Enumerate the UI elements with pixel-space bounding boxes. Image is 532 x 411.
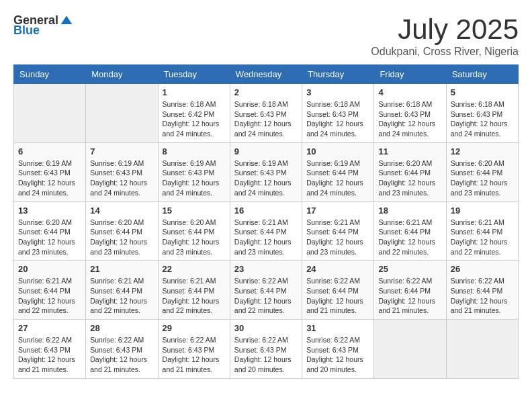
calendar-cell: 5 Sunrise: 6:18 AM Sunset: 6:43 PM Dayli… (446, 84, 518, 143)
daylight: Daylight: 12 hours and 22 minutes. (163, 297, 220, 315)
calendar-cell: 24 Sunrise: 6:22 AM Sunset: 6:44 PM Dayl… (302, 261, 374, 320)
day-number: 24 (306, 264, 369, 274)
calendar-week-row: 1 Sunrise: 6:18 AM Sunset: 6:42 PM Dayli… (14, 84, 519, 143)
sunset: Sunset: 6:43 PM (451, 110, 503, 118)
weekday-header: Monday (86, 65, 158, 84)
calendar-cell: 12 Sunrise: 6:20 AM Sunset: 6:44 PM Dayl… (446, 142, 518, 201)
daylight: Daylight: 12 hours and 24 minutes. (234, 120, 292, 138)
sunrise: Sunrise: 6:21 AM (234, 218, 288, 226)
sunrise: Sunrise: 6:18 AM (378, 100, 432, 108)
calendar-cell: 21 Sunrise: 6:21 AM Sunset: 6:44 PM Dayl… (86, 261, 158, 320)
day-number: 14 (90, 205, 153, 216)
daylight: Daylight: 12 hours and 23 minutes. (163, 238, 220, 256)
sunrise: Sunrise: 6:20 AM (451, 159, 504, 167)
sunrise: Sunrise: 6:19 AM (18, 159, 72, 167)
sunrise: Sunrise: 6:20 AM (163, 218, 216, 226)
sunrise: Sunrise: 6:18 AM (451, 100, 504, 108)
day-number: 15 (163, 205, 226, 216)
daylight: Daylight: 12 hours and 22 minutes. (18, 297, 75, 315)
day-number: 8 (163, 146, 226, 156)
sunset: Sunset: 6:44 PM (90, 287, 142, 295)
calendar-cell: 29 Sunrise: 6:22 AM Sunset: 6:43 PM Dayl… (158, 320, 230, 379)
calendar-title: July 2025 (371, 13, 519, 46)
sunrise: Sunrise: 6:19 AM (163, 159, 216, 167)
daylight: Daylight: 12 hours and 21 minutes. (378, 297, 435, 315)
calendar-cell (14, 84, 86, 143)
calendar-cell: 23 Sunrise: 6:22 AM Sunset: 6:44 PM Dayl… (230, 261, 302, 320)
calendar-cell: 3 Sunrise: 6:18 AM Sunset: 6:43 PM Dayli… (302, 84, 374, 143)
daylight: Daylight: 12 hours and 24 minutes. (378, 120, 435, 138)
sunrise: Sunrise: 6:22 AM (234, 277, 288, 285)
day-info: Sunrise: 6:20 AM Sunset: 6:44 PM Dayligh… (18, 218, 81, 257)
day-info: Sunrise: 6:20 AM Sunset: 6:44 PM Dayligh… (163, 218, 226, 257)
calendar-table: SundayMondayTuesdayWednesdayThursdayFrid… (13, 64, 519, 379)
day-info: Sunrise: 6:19 AM Sunset: 6:43 PM Dayligh… (90, 158, 153, 198)
day-info: Sunrise: 6:21 AM Sunset: 6:44 PM Dayligh… (90, 276, 153, 316)
daylight: Daylight: 12 hours and 21 minutes. (306, 297, 363, 315)
day-number: 28 (90, 323, 153, 333)
day-number: 27 (18, 323, 81, 333)
svg-marker-0 (61, 15, 73, 24)
sunrise: Sunrise: 6:18 AM (163, 100, 216, 108)
daylight: Daylight: 12 hours and 24 minutes. (451, 120, 508, 138)
sunset: Sunset: 6:43 PM (90, 346, 142, 354)
daylight: Daylight: 12 hours and 22 minutes. (378, 238, 435, 256)
calendar-cell: 20 Sunrise: 6:21 AM Sunset: 6:44 PM Dayl… (14, 261, 86, 320)
calendar-cell: 17 Sunrise: 6:21 AM Sunset: 6:44 PM Dayl… (302, 201, 374, 261)
sunrise: Sunrise: 6:22 AM (18, 336, 72, 344)
sunset: Sunset: 6:43 PM (234, 346, 287, 354)
day-number: 31 (306, 323, 369, 333)
day-number: 12 (451, 146, 514, 156)
sunrise: Sunrise: 6:20 AM (378, 159, 432, 167)
sunrise: Sunrise: 6:20 AM (18, 218, 72, 226)
day-info: Sunrise: 6:19 AM Sunset: 6:43 PM Dayligh… (163, 158, 226, 198)
sunrise: Sunrise: 6:21 AM (451, 218, 504, 226)
day-info: Sunrise: 6:21 AM Sunset: 6:44 PM Dayligh… (18, 276, 81, 316)
sunset: Sunset: 6:44 PM (451, 287, 503, 295)
day-number: 3 (306, 87, 369, 97)
day-info: Sunrise: 6:18 AM Sunset: 6:43 PM Dayligh… (306, 99, 369, 139)
calendar-cell: 19 Sunrise: 6:21 AM Sunset: 6:44 PM Dayl… (446, 201, 518, 261)
calendar-cell: 13 Sunrise: 6:20 AM Sunset: 6:44 PM Dayl… (14, 201, 86, 261)
day-info: Sunrise: 6:21 AM Sunset: 6:44 PM Dayligh… (163, 276, 226, 316)
sunset: Sunset: 6:44 PM (306, 169, 359, 177)
sunrise: Sunrise: 6:22 AM (451, 277, 504, 285)
sunset: Sunset: 6:44 PM (378, 287, 431, 295)
daylight: Daylight: 12 hours and 23 minutes. (451, 179, 508, 197)
day-info: Sunrise: 6:21 AM Sunset: 6:44 PM Dayligh… (306, 218, 369, 257)
day-number: 9 (234, 146, 298, 156)
logo-icon (60, 14, 73, 28)
day-info: Sunrise: 6:18 AM Sunset: 6:43 PM Dayligh… (451, 99, 514, 139)
sunset: Sunset: 6:44 PM (378, 228, 431, 236)
sunset: Sunset: 6:43 PM (306, 110, 359, 118)
sunset: Sunset: 6:44 PM (18, 287, 71, 295)
day-info: Sunrise: 6:19 AM Sunset: 6:43 PM Dayligh… (234, 158, 298, 198)
title-area: July 2025 Odukpani, Cross River, Nigeria (371, 13, 519, 58)
calendar-week-row: 20 Sunrise: 6:21 AM Sunset: 6:44 PM Dayl… (14, 261, 519, 320)
daylight: Daylight: 12 hours and 21 minutes. (90, 355, 147, 373)
sunset: Sunset: 6:44 PM (163, 228, 215, 236)
day-info: Sunrise: 6:19 AM Sunset: 6:43 PM Dayligh… (18, 158, 81, 198)
logo-blue: Blue (13, 24, 40, 38)
calendar-cell: 26 Sunrise: 6:22 AM Sunset: 6:44 PM Dayl… (446, 261, 518, 320)
page-header: General Blue July 2025 Odukpani, Cross R… (13, 13, 519, 58)
sunrise: Sunrise: 6:21 AM (18, 277, 72, 285)
daylight: Daylight: 12 hours and 23 minutes. (306, 238, 363, 256)
sunset: Sunset: 6:44 PM (234, 228, 287, 236)
daylight: Daylight: 12 hours and 24 minutes. (163, 120, 220, 138)
day-info: Sunrise: 6:18 AM Sunset: 6:43 PM Dayligh… (378, 99, 441, 139)
day-number: 13 (18, 205, 81, 216)
day-number: 18 (378, 205, 441, 216)
day-number: 29 (163, 323, 226, 333)
sunrise: Sunrise: 6:21 AM (306, 218, 360, 226)
daylight: Daylight: 12 hours and 22 minutes. (234, 297, 292, 315)
day-number: 26 (451, 264, 514, 274)
sunrise: Sunrise: 6:22 AM (234, 336, 288, 344)
calendar-cell: 28 Sunrise: 6:22 AM Sunset: 6:43 PM Dayl… (86, 320, 158, 379)
weekday-header: Wednesday (230, 65, 302, 84)
daylight: Daylight: 12 hours and 24 minutes. (306, 120, 363, 138)
day-number: 25 (378, 264, 441, 274)
calendar-cell: 27 Sunrise: 6:22 AM Sunset: 6:43 PM Dayl… (14, 320, 86, 379)
calendar-cell (86, 84, 158, 143)
calendar-cell: 7 Sunrise: 6:19 AM Sunset: 6:43 PM Dayli… (86, 142, 158, 201)
